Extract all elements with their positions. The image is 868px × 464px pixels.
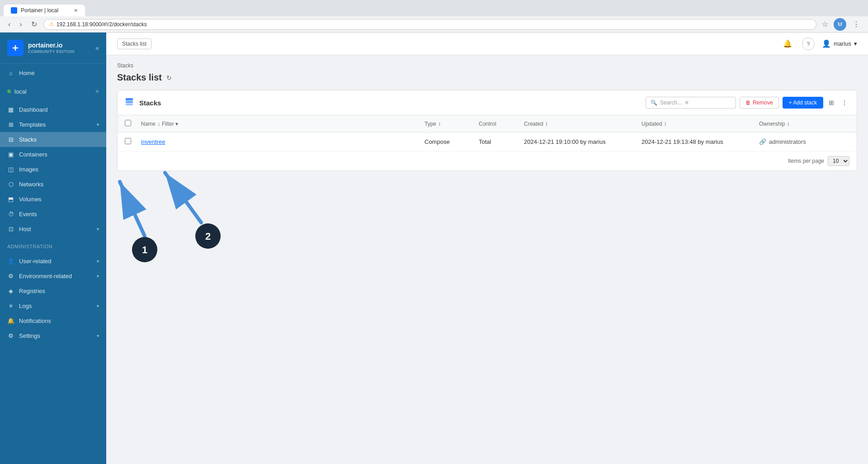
env-section: local × [0,82,106,100]
bookmark-button[interactable]: ☆ [820,18,830,30]
col-control[interactable]: Control [479,121,524,127]
env-status-dot [7,90,11,93]
url-text: 192.168.1.18:9000/#!/2/docker/stacks [57,21,147,28]
remove-label: Remove [753,99,773,106]
sidebar-item-containers[interactable]: ▣ Containers [0,147,106,162]
reload-button[interactable]: ↻ [28,18,40,30]
stack-ownership: 🔗 administrators [759,138,849,145]
env-close-button[interactable]: × [95,88,99,95]
col-type-label: Type [425,121,436,127]
sort-type-icon: ↕ [438,121,441,127]
stack-name-link[interactable]: inventree [141,138,165,145]
sidebar-collapse-button[interactable]: « [95,44,99,52]
sidebar: portainer.io COMMUNITY EDITION « ⌂ Home … [0,33,106,464]
sidebar-item-notifications[interactable]: 🔔 Notifications [0,313,106,328]
logo-text: portainer.io COMMUNITY EDITION [28,42,75,53]
host-icon: ⊡ [7,226,14,232]
col-ownership-label: Ownership [759,121,785,127]
sidebar-item-images[interactable]: ◫ Images [0,162,106,177]
stack-control: Total [479,138,524,145]
add-stack-label: Add stack [793,99,817,106]
sidebar-item-stacks[interactable]: ⊟ Stacks [0,132,106,147]
svg-line-6 [120,182,145,236]
containers-label: Containers [19,151,99,158]
col-updated[interactable]: Updated ↕ [642,121,759,127]
events-icon: ⏱ [7,211,14,218]
templates-label: Templates [19,121,92,128]
browser-tab[interactable]: Portainer | local ✕ [4,5,85,16]
logo-icon [7,40,24,56]
networks-icon: ⬡ [7,181,14,188]
refresh-button[interactable]: ↻ [166,74,172,81]
user-related-chevron-icon: ▾ [97,259,99,264]
filter-icon[interactable]: Filter ▾ [162,121,178,127]
sidebar-item-user-related[interactable]: 👤 User-related ▾ [0,254,106,269]
ownership-icon: 🔗 [759,138,766,145]
remove-icon: 🗑 [745,99,751,106]
content-area: Stacks Stacks list ↻ Stacks [106,55,868,464]
more-options-button[interactable]: ⋮ [840,97,849,108]
user-related-icon: 👤 [7,258,14,265]
select-all-checkbox[interactable] [125,120,131,126]
topbar-left: Stacks list [117,38,151,49]
sidebar-item-logs[interactable]: ≡ Logs ▾ [0,298,106,313]
notifications-icon: 🔔 [7,317,14,324]
col-name[interactable]: Name ↓ Filter ▾ [141,121,425,127]
sidebar-item-environment-related[interactable]: ⚙ Environment-related ▾ [0,269,106,284]
environment-related-label: Environment-related [19,273,92,279]
tab-close-button[interactable]: ✕ [74,8,78,14]
sidebar-item-templates[interactable]: ⊞ Templates ▾ [0,117,106,132]
sidebar-item-home[interactable]: ⌂ Home [0,66,106,80]
sidebar-item-networks[interactable]: ⬡ Networks [0,177,106,192]
sidebar-item-registries[interactable]: ◈ Registries [0,284,106,298]
templates-chevron-icon: ▾ [97,122,99,127]
containers-icon: ▣ [7,151,14,158]
search-clear-button[interactable]: ✕ [684,99,689,106]
user-related-label: User-related [19,258,92,265]
environment-related-chevron-icon: ▾ [97,274,99,279]
col-created-label: Created [524,121,543,127]
back-button[interactable]: ‹ [5,19,13,30]
address-bar[interactable]: ⚠ 192.168.1.18:9000/#!/2/docker/stacks [43,19,816,30]
notifications-button[interactable]: 🔔 [780,37,795,51]
environment-related-icon: ⚙ [7,273,14,279]
images-icon: ◫ [7,166,14,173]
items-per-page-select[interactable]: 10 25 50 [828,156,849,166]
sidebar-item-settings[interactable]: ⚙ Settings ▾ [0,328,106,343]
env-name: local [14,88,92,95]
host-label: Host [19,226,92,232]
sidebar-item-volumes[interactable]: ⬒ Volumes [0,192,106,207]
col-ownership[interactable]: Ownership ↕ [759,121,849,127]
stacks-panel: Stacks 🔍 Search... ✕ 🗑 Remove + Add st [117,90,857,171]
settings-chevron-icon: ▾ [97,333,99,338]
sort-name-icon: ↓ [157,121,160,127]
tab-favicon [11,7,17,14]
profile-button[interactable]: M [834,18,846,31]
env-item-local[interactable]: local × [7,84,99,99]
search-box[interactable]: 🔍 Search... ✕ [646,97,736,109]
remove-button[interactable]: 🗑 Remove [740,97,779,109]
registries-label: Registries [19,288,99,294]
menu-button[interactable]: ⋮ [850,18,863,30]
host-chevron-icon: ▾ [97,227,99,232]
dashboard-icon: ▦ [7,106,14,113]
view-toggle-button[interactable]: ⊞ [827,97,836,108]
user-menu[interactable]: 👤 marius ▾ [822,39,857,48]
sort-ownership-icon: ↕ [787,121,789,127]
settings-label: Settings [19,332,92,339]
col-type[interactable]: Type ↕ [425,121,479,127]
user-chevron-icon: ▾ [854,40,857,47]
table-header: Name ↓ Filter ▾ Type ↕ Control Created [118,115,857,133]
sidebar-item-host[interactable]: ⊡ Host ▾ [0,222,106,237]
forward-button[interactable]: › [17,19,24,30]
sidebar-item-dashboard[interactable]: ▦ Dashboard [0,102,106,117]
logs-chevron-icon: ▾ [97,303,99,308]
logs-label: Logs [19,303,92,309]
row-checkbox[interactable] [125,138,131,144]
svg-text:2: 2 [205,231,211,242]
add-stack-button[interactable]: + Add stack [783,97,823,109]
help-button[interactable]: ? [802,38,815,50]
col-created[interactable]: Created ↕ [524,121,642,127]
search-icon: 🔍 [651,99,657,106]
sidebar-item-events[interactable]: ⏱ Events [0,207,106,222]
